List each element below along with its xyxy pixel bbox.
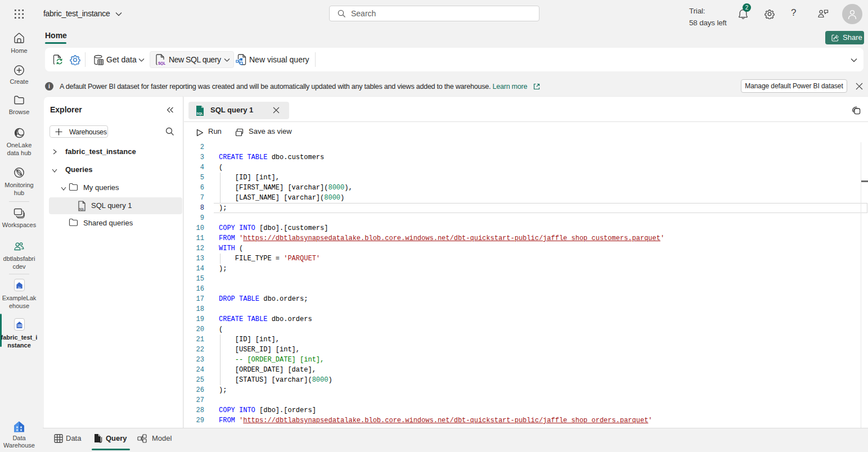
svg-text:SQL: SQL [197,112,204,115]
svg-text:SQL: SQL [158,61,165,66]
svg-text:SQL: SQL [79,208,84,211]
